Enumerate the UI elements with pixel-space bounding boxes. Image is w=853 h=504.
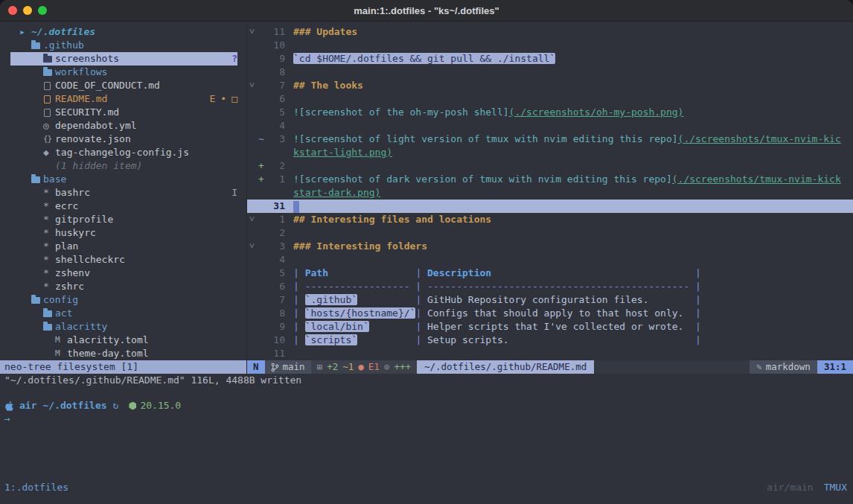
tree-item-screenshots[interactable]: screenshots?	[10, 52, 237, 66]
line-text: ### Updates	[293, 25, 853, 39]
line-text: | `hosts/{hostname}/`| Configs that shou…	[293, 307, 853, 320]
fold-marker	[247, 92, 257, 106]
editor-line[interactable]: 10| `scripts` | Setup scripts. |	[247, 334, 853, 347]
tree-item-config[interactable]: config	[10, 293, 237, 307]
line-number: 7	[266, 79, 285, 92]
tree-item-readme-md[interactable]: README.mdE•□	[10, 92, 237, 106]
editor-line[interactable]: kstart-light.png)	[247, 146, 853, 159]
git-sign	[257, 186, 266, 200]
tree-item-renovate-json[interactable]: {}renovate.json	[10, 133, 237, 146]
shell-input-line[interactable]: →	[4, 412, 853, 426]
editor-line[interactable]: 4	[247, 253, 853, 267]
git-sign	[257, 146, 266, 159]
git-sign	[257, 106, 266, 119]
folder-icon	[31, 176, 40, 183]
editor-line[interactable]: 5![screenshot of the oh-my-posh shell](.…	[247, 106, 853, 119]
tree-item-alacritty[interactable]: alacritty	[10, 320, 237, 334]
tree-item-dependabot-yml[interactable]: ◎dependabot.yml	[10, 119, 237, 133]
root-arrow-icon: ▸	[19, 25, 31, 39]
fold-marker	[247, 253, 257, 267]
line-text: kstart-light.png)	[293, 146, 853, 159]
tmux-statusbar: 1:.dotfiles air/main TMUX	[0, 481, 853, 494]
fold-marker	[247, 267, 257, 280]
tree-item-label: ecrc	[55, 200, 78, 213]
line-number: 10	[266, 39, 285, 52]
tmux-label: TMUX	[824, 481, 847, 494]
tree-item-security-md[interactable]: SECURITY.md	[10, 106, 237, 119]
editor-buffer[interactable]: ˅ 11### Updates 10 9`cd $HOME/.dotfiles …	[247, 25, 853, 360]
tree-item-tag-changelog-config-js[interactable]: ◆tag-changelog-config.js	[10, 146, 237, 159]
editor-line[interactable]: 8	[247, 66, 853, 79]
fold-marker	[247, 293, 257, 307]
tree-item-ecrc[interactable]: *ecrc	[10, 200, 237, 213]
tree-item-base[interactable]: base	[10, 173, 237, 186]
tree-item-zshenv[interactable]: *zshenv	[10, 267, 237, 280]
editor-line[interactable]: start-dark.png)	[247, 186, 853, 200]
editor-line[interactable]: 2	[247, 226, 853, 240]
line-text: ## The looks	[293, 79, 853, 92]
tree-item-bashrc[interactable]: *bashrcI	[10, 186, 237, 200]
command-line-message: "~/.dotfiles/.github/README.md" 116L, 44…	[0, 374, 853, 387]
tree-item-zshrc[interactable]: *zshrc	[10, 280, 237, 293]
tree-item-label: renovate.json	[55, 133, 131, 146]
editor-line[interactable]: 11	[247, 347, 853, 360]
editor-line[interactable]: ˅ 1## Interesting files and locations	[247, 213, 853, 226]
minimize-button[interactable]	[23, 6, 32, 15]
editor-line[interactable]: 8| `hosts/{hostname}/`| Configs that sho…	[247, 307, 853, 320]
tree-item-plan[interactable]: *plan	[10, 240, 237, 253]
tree-item-badges: I	[231, 186, 237, 200]
sync-icon: ↻	[113, 399, 119, 412]
editor-line[interactable]: ˅ 11### Updates	[247, 25, 853, 39]
editor-line[interactable]: 6	[247, 92, 853, 106]
close-button[interactable]	[8, 6, 17, 15]
git-sign: ~	[257, 133, 266, 146]
tree-item-github[interactable]: .github	[10, 39, 237, 52]
tree-item-1-hidden-item[interactable]: (1 hidden item)	[10, 159, 237, 173]
diagnostics-error-count: E1	[368, 360, 380, 374]
line-number: 5	[266, 267, 285, 280]
editor-line[interactable]: 5| Path | Description |	[247, 267, 853, 280]
line-number: 11	[266, 347, 285, 360]
editor-line[interactable]: +1![screenshot of dark version of tmux w…	[247, 173, 853, 186]
shell-prompt: air ~/.dotfiles ↻ 20.15.0	[4, 399, 853, 412]
tree-item-label: dependabot.yml	[55, 119, 137, 133]
fold-marker	[247, 146, 257, 159]
git-sign	[257, 200, 266, 213]
editor-line[interactable]: ˅ 7## The looks	[247, 79, 853, 92]
editor-line[interactable]: 9`cd $HOME/.dotfiles && git pull && ./in…	[247, 52, 853, 66]
tree-item-dotfiles[interactable]: ▸~/.dotfiles	[10, 25, 237, 39]
window-title: main:1:.dotfiles - "ks~/.dotfiles"	[354, 5, 499, 16]
diff-icon: ⊞	[317, 360, 323, 374]
line-text	[293, 92, 853, 106]
tree-item-shellcheckrc[interactable]: *shellcheckrc	[10, 253, 237, 267]
git-sign	[257, 213, 266, 226]
tree-item-act[interactable]: act	[10, 307, 237, 320]
tree-item-theme-day-toml[interactable]: Mtheme-day.toml	[10, 347, 237, 360]
nodejs-hexagon-icon	[129, 402, 136, 410]
line-number: 3	[266, 133, 285, 146]
editor-line[interactable]: +2	[247, 159, 853, 173]
tree-item-huskyrc[interactable]: *huskyrc	[10, 226, 237, 240]
editor-line[interactable]: 31	[247, 200, 853, 213]
tmux-window-tab[interactable]: 1:.dotfiles	[4, 481, 68, 494]
fullscreen-button[interactable]	[38, 6, 47, 15]
line-text: start-dark.png)	[293, 186, 853, 200]
editor-line[interactable]: 9| `local/bin` | Helper scripts that I'v…	[247, 320, 853, 334]
line-text	[293, 39, 853, 52]
tree-item-code-of-conduct-md[interactable]: CODE_OF_CONDUCT.md	[10, 79, 237, 92]
editor-line[interactable]: 10	[247, 39, 853, 52]
cursor-block	[293, 201, 299, 213]
editor-line[interactable]: 6| ------------------ | ----------------…	[247, 280, 853, 293]
editor-line[interactable]: ˅ 3### Interesting folders	[247, 240, 853, 253]
line-number: 6	[266, 280, 285, 293]
editor-line[interactable]: 4	[247, 119, 853, 133]
shell-icon: *	[43, 240, 55, 253]
tree-item-workflows[interactable]: workflows	[10, 66, 237, 79]
editor-line[interactable]: 7| `.github` | GitHub Repository configu…	[247, 293, 853, 307]
git-sign	[257, 280, 266, 293]
tree-item-gitprofile[interactable]: *gitprofile	[10, 213, 237, 226]
tree-item-badges: ?	[231, 52, 237, 66]
prompt-arrow-icon: →	[4, 413, 10, 424]
tree-item-alacritty-toml[interactable]: Malacritty.toml	[10, 334, 237, 347]
editor-line[interactable]: ~3![screenshot of light version of tmux …	[247, 133, 853, 146]
